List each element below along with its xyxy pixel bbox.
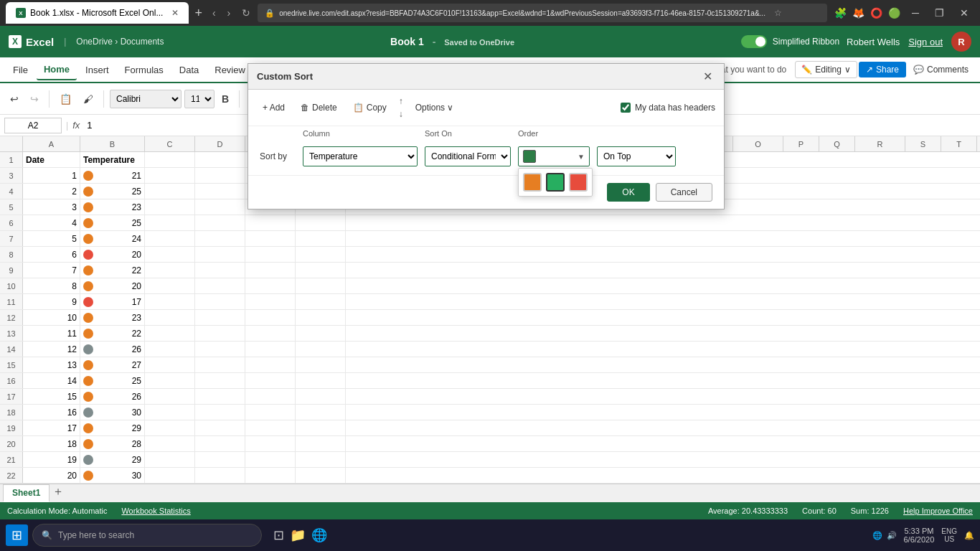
star-icon[interactable]: ☆	[774, 8, 782, 18]
cell-f9[interactable]	[296, 278, 346, 293]
cell-c14[interactable]	[145, 357, 195, 372]
col-header-a[interactable]: A	[23, 136, 80, 151]
cell-c9[interactable]	[145, 278, 195, 293]
cell-d5[interactable]	[195, 215, 245, 230]
taskbar-search[interactable]: 🔍 Type here to search	[32, 524, 262, 547]
dialog-delete-btn[interactable]: 🗑 Delete	[295, 100, 343, 116]
cell-b19[interactable]: 28	[80, 436, 145, 451]
tab-close-btn[interactable]: ✕	[171, 8, 179, 18]
cell-d6[interactable]	[195, 231, 245, 246]
cell-c21[interactable]	[145, 468, 195, 483]
comments-btn[interactable]: 💬 Comments	[908, 62, 974, 77]
refresh-btn[interactable]: ↻	[237, 6, 255, 20]
cell-e11[interactable]	[245, 310, 296, 325]
color-option-green[interactable]	[546, 173, 565, 192]
menu-review[interactable]: Review	[207, 60, 253, 80]
cell-c19[interactable]	[145, 436, 195, 451]
cell-e10[interactable]	[245, 294, 296, 309]
cell-b2[interactable]: 21	[80, 168, 145, 183]
cell-a6[interactable]: 5	[23, 231, 80, 246]
cell-a12[interactable]: 11	[23, 326, 80, 341]
add-sheet-btn[interactable]: ＋	[52, 484, 64, 499]
cell-d4[interactable]	[195, 199, 245, 215]
cell-b5[interactable]: 25	[80, 215, 145, 230]
toggle-switch[interactable]	[741, 35, 767, 48]
cell-d1[interactable]	[195, 152, 245, 167]
cell-b13[interactable]: 26	[80, 342, 145, 357]
cell-e20[interactable]	[245, 452, 296, 467]
cell-a20[interactable]: 19	[23, 452, 80, 467]
cell-b21[interactable]: 30	[80, 468, 145, 483]
redo-btn[interactable]: ↪	[26, 90, 43, 108]
cell-b1[interactable]: Temperature	[80, 152, 145, 167]
cell-a10[interactable]: 9	[23, 294, 80, 309]
cell-e8[interactable]	[245, 263, 296, 278]
col-header-c[interactable]: C	[145, 136, 195, 151]
cell-a4[interactable]: 3	[23, 199, 80, 215]
cell-d17[interactable]	[195, 405, 245, 420]
cell-b18[interactable]: 29	[80, 420, 145, 435]
dialog-add-btn[interactable]: + Add	[257, 100, 291, 116]
cell-c17[interactable]	[145, 405, 195, 420]
minimize-btn[interactable]: ─	[906, 6, 925, 20]
cell-e19[interactable]	[245, 436, 296, 451]
cell-d10[interactable]	[195, 294, 245, 309]
cell-c18[interactable]	[145, 420, 195, 435]
cell-c5[interactable]	[145, 215, 195, 230]
cell-a5[interactable]: 4	[23, 215, 80, 230]
cell-e9[interactable]	[245, 278, 296, 293]
cell-b7[interactable]: 20	[80, 247, 145, 262]
sort-column-select[interactable]: Temperature Date	[303, 146, 418, 166]
undo-btn[interactable]: ↩	[6, 90, 23, 108]
cell-d16[interactable]	[195, 389, 245, 404]
sort-on-select[interactable]: Conditional Form Cell Values Cell Color …	[425, 146, 511, 166]
cell-a19[interactable]: 18	[23, 436, 80, 451]
cell-b10[interactable]: 17	[80, 294, 145, 309]
cell-c10[interactable]	[145, 294, 195, 309]
menu-home[interactable]: Home	[37, 60, 77, 80]
cell-b12[interactable]: 22	[80, 326, 145, 341]
cell-b16[interactable]: 26	[80, 389, 145, 404]
sort-down-btn[interactable]: ↓	[397, 108, 405, 120]
font-size-select[interactable]: 11	[184, 90, 215, 108]
cell-a8[interactable]: 7	[23, 263, 80, 278]
cell-f8[interactable]	[296, 263, 346, 278]
col-header-o[interactable]: O	[733, 136, 783, 151]
cell-d3[interactable]	[195, 184, 245, 199]
cell-b4[interactable]: 23	[80, 199, 145, 215]
cell-b3[interactable]: 25	[80, 184, 145, 199]
col-header-s[interactable]: S	[905, 136, 941, 151]
col-header-b[interactable]: B	[80, 136, 145, 151]
col-header-t[interactable]: T	[941, 136, 977, 151]
cell-d18[interactable]	[195, 420, 245, 435]
cell-a2[interactable]: 1	[23, 168, 80, 183]
cell-f12[interactable]	[296, 326, 346, 341]
cell-e5[interactable]	[245, 215, 296, 230]
color-option-orange[interactable]	[523, 173, 542, 192]
new-tab-btn[interactable]: +	[194, 6, 202, 21]
taskbar-task-view[interactable]: ⊡	[273, 527, 284, 543]
cell-e14[interactable]	[245, 357, 296, 372]
cell-e18[interactable]	[245, 420, 296, 435]
back-btn[interactable]: ‹	[208, 6, 220, 20]
cell-c15[interactable]	[145, 373, 195, 388]
share-btn[interactable]: ↗ Share	[859, 62, 906, 77]
cell-b20[interactable]: 29	[80, 452, 145, 467]
cell-a21[interactable]: 20	[23, 468, 80, 483]
cell-c7[interactable]	[145, 247, 195, 262]
cell-a14[interactable]: 13	[23, 357, 80, 372]
cell-f21[interactable]	[296, 468, 346, 483]
dialog-options-btn[interactable]: Options ∨	[410, 100, 460, 116]
cell-b17[interactable]: 30	[80, 405, 145, 420]
col-header-p[interactable]: P	[783, 136, 819, 151]
col-header-q[interactable]: Q	[819, 136, 855, 151]
cell-f14[interactable]	[296, 357, 346, 372]
cell-e12[interactable]	[245, 326, 296, 341]
cell-d20[interactable]	[195, 452, 245, 467]
col-header-d[interactable]: D	[195, 136, 245, 151]
cell-a11[interactable]: 10	[23, 310, 80, 325]
dialog-copy-btn[interactable]: 📋 Copy	[347, 100, 392, 116]
cell-f17[interactable]	[296, 405, 346, 420]
cell-b8[interactable]: 22	[80, 263, 145, 278]
format-painter-btn[interactable]: 🖌	[79, 90, 98, 108]
